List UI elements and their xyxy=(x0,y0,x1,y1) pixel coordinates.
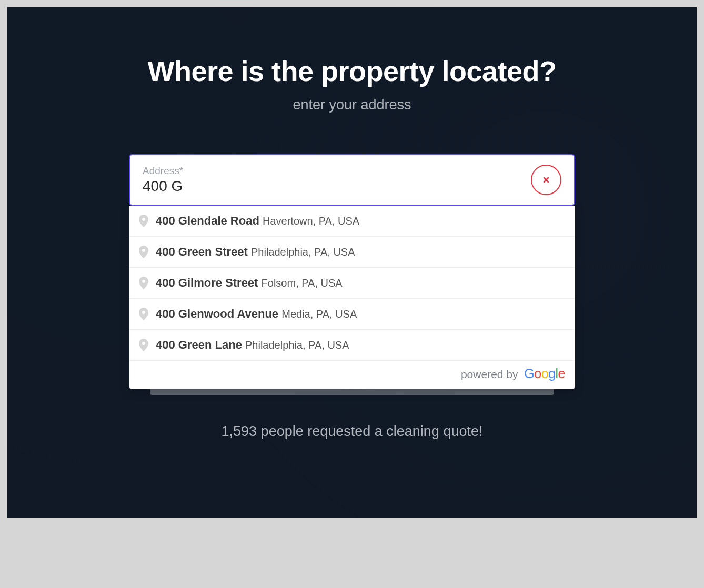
page-heading: Where is the property located? xyxy=(147,55,556,87)
address-autocomplete: Address* 400 Glendale Road Havertown, PA… xyxy=(129,154,575,206)
suggestion-text: 400 Green Lane Philadelphia, PA, USA xyxy=(156,338,349,352)
suggestion-item[interactable]: 400 Glendale Road Havertown, PA, USA xyxy=(129,206,575,237)
social-proof: 1,593 people requested a cleaning quote! xyxy=(222,423,483,440)
address-input-container[interactable]: Address* xyxy=(129,154,575,206)
suggestion-item[interactable]: 400 Green Street Philadelphia, PA, USA xyxy=(129,237,575,268)
clear-button[interactable] xyxy=(531,165,561,195)
powered-by: powered by Google xyxy=(129,361,575,389)
powered-by-text: powered by xyxy=(461,368,518,380)
suggestion-item[interactable]: 400 Green Lane Philadelphia, PA, USA xyxy=(129,330,575,361)
close-icon xyxy=(542,176,550,184)
map-pin-icon xyxy=(139,246,148,258)
suggestion-item[interactable]: 400 Gilmore Street Folsom, PA, USA xyxy=(129,268,575,299)
suggestion-text: 400 Glenwood Avenue Media, PA, USA xyxy=(156,307,357,321)
page-subheading: enter your address xyxy=(293,97,411,113)
address-input-inner: Address* xyxy=(143,165,525,195)
map-pin-icon xyxy=(139,277,148,289)
map-pin-icon xyxy=(139,215,148,227)
google-logo: Google xyxy=(524,366,565,381)
hero-panel: Where is the property located? enter you… xyxy=(7,7,697,518)
address-label: Address* xyxy=(143,165,525,177)
suggestion-text: 400 Gilmore Street Folsom, PA, USA xyxy=(156,276,343,290)
map-pin-icon xyxy=(139,339,148,351)
suggestion-text: 400 Green Street Philadelphia, PA, USA xyxy=(156,245,355,259)
suggestion-text: 400 Glendale Road Havertown, PA, USA xyxy=(156,214,359,228)
map-pin-icon xyxy=(139,308,148,320)
address-input[interactable] xyxy=(143,178,525,195)
suggestions-dropdown: 400 Glendale Road Havertown, PA, USA 400… xyxy=(129,206,575,389)
suggestion-item[interactable]: 400 Glenwood Avenue Media, PA, USA xyxy=(129,299,575,330)
